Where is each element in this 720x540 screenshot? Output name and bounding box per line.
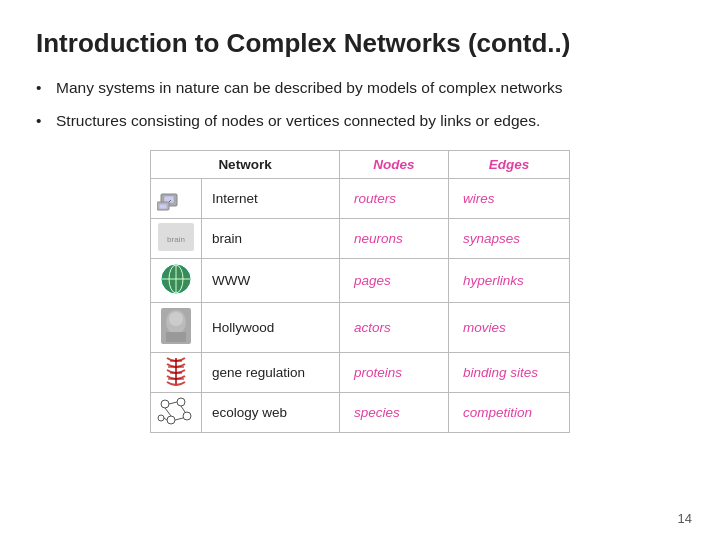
www-icon <box>151 259 202 303</box>
network-name: brain <box>202 219 340 259</box>
nodes-value: pages <box>340 259 449 303</box>
brain-icon: brain <box>151 219 202 259</box>
networks-table: Network Nodes Edges Internetrouterswires… <box>150 150 570 433</box>
svg-line-29 <box>164 418 167 420</box>
network-name: ecology web <box>202 393 340 433</box>
network-name: Internet <box>202 179 340 219</box>
ecology-icon <box>151 393 202 433</box>
network-name: WWW <box>202 259 340 303</box>
edges-value: synapses <box>448 219 569 259</box>
table-container: Network Nodes Edges Internetrouterswires… <box>36 150 684 433</box>
svg-point-20 <box>161 400 169 408</box>
slide-title: Introduction to Complex Networks (contd.… <box>36 28 684 59</box>
svg-point-24 <box>158 415 164 421</box>
network-name: Hollywood <box>202 303 340 353</box>
edges-value: movies <box>448 303 569 353</box>
col-header-nodes: Nodes <box>340 151 449 179</box>
slide: Introduction to Complex Networks (contd.… <box>0 0 720 540</box>
internet-icon <box>151 179 202 219</box>
table-row: brain brainneuronssynapses <box>151 219 570 259</box>
svg-line-26 <box>165 408 171 416</box>
nodes-value: proteins <box>340 353 449 393</box>
table-row: gene regulationproteinsbinding sites <box>151 353 570 393</box>
table-row: Internetrouterswires <box>151 179 570 219</box>
svg-rect-14 <box>166 332 186 342</box>
svg-point-22 <box>183 412 191 420</box>
svg-rect-3 <box>159 204 167 209</box>
bullet-1: Many systems in nature can be described … <box>36 77 684 99</box>
edges-value: hyperlinks <box>448 259 569 303</box>
bullet-2: Structures consisting of nodes or vertic… <box>36 110 684 132</box>
nodes-value: neurons <box>340 219 449 259</box>
svg-point-13 <box>169 312 183 326</box>
table-row: ecology webspeciescompetition <box>151 393 570 433</box>
svg-line-25 <box>169 402 177 404</box>
edges-value: binding sites <box>448 353 569 393</box>
network-name: gene regulation <box>202 353 340 393</box>
table-row: Hollywoodactorsmovies <box>151 303 570 353</box>
col-header-network: Network <box>151 151 340 179</box>
table-row: WWWpageshyperlinks <box>151 259 570 303</box>
svg-text:brain: brain <box>167 235 185 244</box>
page-number: 14 <box>678 511 692 526</box>
svg-point-21 <box>177 398 185 406</box>
bullet-list: Many systems in nature can be described … <box>36 77 684 132</box>
edges-value: competition <box>448 393 569 433</box>
hollywood-icon <box>151 303 202 353</box>
nodes-value: routers <box>340 179 449 219</box>
edges-value: wires <box>448 179 569 219</box>
col-header-edges: Edges <box>448 151 569 179</box>
svg-line-28 <box>175 418 183 420</box>
svg-line-27 <box>181 406 185 412</box>
nodes-value: actors <box>340 303 449 353</box>
gene-icon <box>151 353 202 393</box>
svg-point-23 <box>167 416 175 424</box>
nodes-value: species <box>340 393 449 433</box>
